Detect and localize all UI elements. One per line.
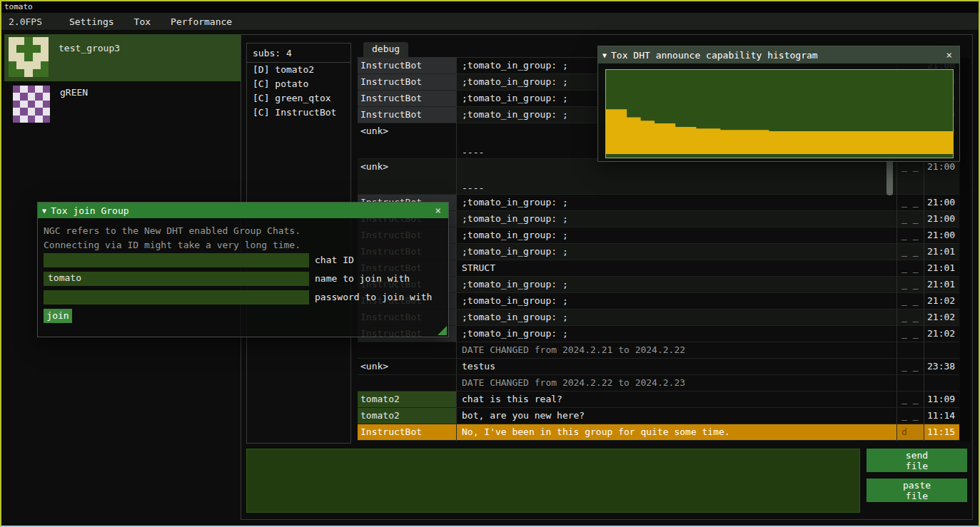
close-icon[interactable]: × (433, 205, 444, 216)
group-name: gREEN (60, 87, 88, 98)
sidebar-item-green[interactable]: gREEN (4, 83, 241, 126)
collapse-arrow-icon[interactable]: ▼ (42, 207, 46, 215)
app-window: tomato 2.0FPS Settings Tox Performance t… (0, 0, 980, 527)
member-item[interactable]: [C] green_qtox (247, 91, 350, 106)
message-flags: _ _ (898, 408, 924, 424)
paste-file-button[interactable]: paste file (867, 479, 967, 502)
message-flags: _ _ (898, 195, 924, 210)
window-title: Tox DHT announce capability histogram (611, 50, 818, 61)
message-time: 21:00 (925, 195, 959, 210)
menu-performance[interactable]: Performance (161, 14, 242, 29)
menubar: 2.0FPS Settings Tox Performance (1, 13, 979, 31)
os-window-title: tomato (1, 1, 979, 13)
message-time: 21:01 (925, 260, 959, 276)
message-time: 11:14 (925, 408, 959, 424)
menu-tox[interactable]: Tox (124, 14, 161, 29)
message-author: InstructBot (358, 74, 456, 90)
table-row[interactable]: tomato2 bot, are you new here? _ _ 11:14 (358, 408, 959, 424)
message-flags: _ _ (898, 211, 924, 227)
message-text: ----;tomato_in_group: ;---- (459, 159, 895, 194)
table-row[interactable]: <unk> ----;tomato_in_group: ;---- _ _ 21… (358, 159, 959, 195)
message-text: ;tomato_in_group: ; (459, 211, 895, 227)
table-row[interactable]: <unk> testus _ _ 23:38 (358, 359, 959, 375)
message-time: 21:00 (925, 159, 959, 194)
sidebar-item-test-group3[interactable]: test_group3 (4, 34, 241, 81)
message-time: 11:09 (925, 392, 959, 407)
dht-histogram-window: ▼ Tox DHT announce capability histogram … (597, 46, 960, 162)
chat-id-label: chat ID (315, 255, 354, 265)
message-flags: d (898, 424, 924, 440)
message-author: tomato2 (358, 392, 456, 407)
message-flags: _ _ (898, 159, 924, 194)
table-row-highlighted[interactable]: InstructBot No, I've been in this group … (358, 424, 959, 441)
join-info-line: Connecting via ID might take a very long… (44, 240, 300, 250)
message-flags: _ _ (898, 277, 924, 292)
message-text: No, I've been in this group for quite so… (459, 424, 895, 440)
join-group-titlebar[interactable]: ▼ Tox join Group × (38, 203, 448, 218)
chat-scrollbar-thumb[interactable] (886, 160, 893, 195)
message-author: InstructBot (358, 424, 456, 440)
message-time: 21:02 (925, 326, 959, 342)
system-row: DATE CHANGED from 2024.2.21 to 2024.2.22 (358, 342, 959, 359)
message-text: ;tomato_in_group: ; (459, 293, 895, 309)
message-author: InstructBot (358, 58, 456, 73)
message-author: <unk> (358, 359, 456, 374)
fps-indicator: 2.0FPS (9, 16, 42, 27)
message-text: ;tomato_in_group: ; (459, 244, 895, 260)
message-input[interactable] (246, 449, 860, 513)
member-item[interactable]: [C] InstructBot (247, 106, 350, 120)
message-flags: _ _ (898, 309, 924, 325)
join-group-window: ▼ Tox join Group × NGC refers to the New… (37, 202, 449, 337)
message-flags: _ _ (898, 359, 924, 374)
table-row[interactable]: tomato2 chat is this real? _ _ 11:09 (358, 392, 959, 408)
close-icon[interactable]: × (944, 49, 955, 61)
message-text: ;tomato_in_group: ; (459, 326, 895, 342)
histogram-plot (605, 69, 954, 158)
message-time: 11:15 (925, 424, 959, 440)
message-text: ;tomato_in_group: ; (459, 195, 895, 210)
message-flags: _ _ (898, 392, 924, 407)
resize-grip[interactable] (438, 326, 447, 335)
message-text: ;tomato_in_group: ; (459, 309, 895, 325)
members-header: subs: 4 (247, 44, 350, 63)
message-text: STRUCT (459, 260, 895, 276)
system-message: DATE CHANGED from 2024.2.22 to 2024.2.23 (459, 375, 895, 391)
message-flags: _ _ (898, 260, 924, 276)
message-flags: _ _ (898, 244, 924, 260)
join-name-input[interactable]: tomato (44, 272, 309, 286)
send-file-button[interactable]: send file (867, 449, 967, 472)
tab-debug[interactable]: debug (363, 42, 408, 58)
system-message: DATE CHANGED from 2024.2.21 to 2024.2.22 (459, 342, 895, 358)
message-time: 23:38 (925, 359, 959, 374)
message-text: bot, are you new here? (459, 408, 895, 424)
message-text: testus (459, 359, 895, 374)
message-time: 21:02 (925, 309, 959, 325)
message-flags: _ _ (898, 227, 924, 243)
member-item[interactable]: [D] tomato2 (247, 63, 350, 77)
message-time: 21:00 (925, 211, 959, 227)
group-name: test_group3 (59, 43, 120, 53)
group-avatar-icon (13, 86, 50, 123)
histogram-chart (606, 70, 953, 158)
menu-settings[interactable]: Settings (59, 14, 124, 29)
system-row: DATE CHANGED from 2024.2.22 to 2024.2.23 (358, 375, 959, 392)
message-author: tomato2 (358, 408, 456, 424)
window-title: Tox join Group (51, 205, 129, 216)
message-text: ;tomato_in_group: ; (459, 277, 895, 292)
message-author: <unk> (358, 159, 456, 194)
message-text: chat is this real? (459, 392, 895, 407)
message-time: 21:01 (925, 244, 959, 260)
member-item[interactable]: [C] potato (247, 77, 350, 91)
column-divider (456, 58, 457, 441)
join-password-input[interactable] (44, 290, 309, 305)
join-button[interactable]: join (44, 309, 72, 323)
chat-scrollbar-track[interactable] (960, 58, 970, 441)
histogram-titlebar[interactable]: ▼ Tox DHT announce capability histogram … (598, 46, 959, 63)
message-time: 21:00 (925, 227, 959, 243)
chat-id-input[interactable] (44, 253, 309, 267)
collapse-arrow-icon[interactable]: ▼ (602, 51, 607, 59)
message-text: ;tomato_in_group: ; (459, 227, 895, 243)
message-flags: _ _ (898, 326, 924, 342)
message-time: 21:02 (925, 293, 959, 309)
message-author: <unk> (358, 123, 456, 158)
